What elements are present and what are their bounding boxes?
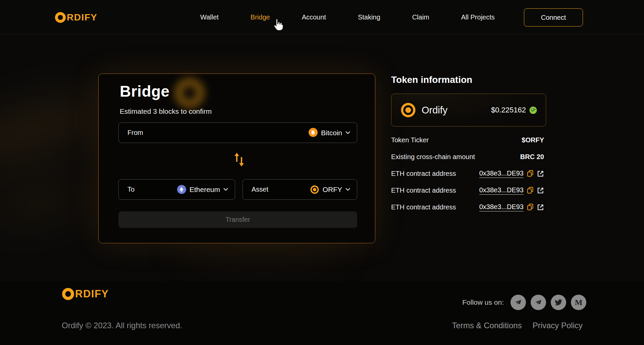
terms-link[interactable]: Terms & Conditions (452, 321, 522, 330)
from-selected-value: ฿ Bitcoin (309, 128, 350, 137)
asset-select[interactable]: Asset ORFY (243, 179, 357, 200)
to-chain-select[interactable]: To Ethereum (118, 179, 235, 200)
from-chain-select[interactable]: From ฿ Bitcoin (118, 122, 357, 143)
background-glow (0, 171, 91, 235)
row-label: ETH contract address (391, 170, 456, 178)
token-ticker-row: Token Ticker $ORFY (391, 132, 544, 148)
footer: RDIFY Follow us on: M Ordify © 2023. All… (0, 281, 644, 345)
nav-item-claim[interactable]: Claim (412, 13, 429, 21)
follow-us-label: Follow us on: (462, 298, 504, 306)
row-value: BRC 20 (520, 153, 544, 161)
chevron-down-icon (345, 131, 350, 134)
privacy-link[interactable]: Privacy Policy (533, 321, 583, 330)
eth-contract-row: ETH contract address 0x38e3...DE93 (391, 165, 544, 182)
twitter-icon[interactable] (551, 295, 566, 310)
row-label: ETH contract address (391, 187, 456, 194)
eth-contract-row: ETH contract address 0x38e3...DE93 (391, 199, 544, 215)
swap-direction-icon[interactable] (231, 151, 247, 168)
nav-item-all-projects[interactable]: All Projects (461, 13, 495, 21)
chevron-down-icon (223, 188, 228, 191)
nav-item-account[interactable]: Account (302, 13, 326, 21)
transfer-button[interactable]: Transfer (118, 211, 357, 228)
page: RDIFY Wallet Bridge Account Staking Clai… (0, 0, 644, 345)
copyright-text: Ordify © 2023. All rights reserved. (62, 321, 182, 330)
contract-address-link[interactable]: 0x38e3...DE93 (479, 203, 524, 211)
nav-item-bridge[interactable]: Bridge (251, 13, 270, 21)
from-label: From (127, 129, 143, 137)
row-label: Token Ticker (391, 136, 429, 144)
connect-button[interactable]: Connect (524, 8, 583, 27)
row-label: ETH contract address (391, 203, 456, 211)
asset-label: Asset (252, 186, 268, 193)
asset-selected-value: ORFY (310, 185, 350, 194)
nav-item-staking[interactable]: Staking (358, 13, 380, 21)
brand-wordmark: RDIFY (75, 288, 109, 300)
copy-icon[interactable] (527, 187, 534, 194)
coingecko-icon (529, 106, 537, 114)
cross-chain-amount-row: Existing cross-chain amount BRC 20 (391, 148, 544, 165)
to-chain-name: Ethereum (190, 186, 220, 194)
telegram-icon[interactable] (531, 295, 546, 310)
legal-links: Terms & Conditions Privacy Policy (452, 321, 583, 330)
to-label: To (127, 186, 135, 193)
external-link-icon[interactable] (537, 170, 544, 177)
token-price: $0.225162 (491, 106, 526, 114)
bridge-subtitle: Estimated 3 blocks to confirm (120, 107, 212, 115)
copy-icon[interactable] (527, 170, 534, 177)
ethereum-icon (177, 185, 186, 194)
brand-logo-ring-icon (55, 12, 66, 23)
medium-glyph: M (575, 298, 583, 307)
copy-icon[interactable] (527, 203, 534, 211)
main-nav: Wallet Bridge Account Staking Claim All … (200, 0, 495, 35)
row-label: Existing cross-chain amount (391, 153, 475, 161)
brand-logo[interactable]: RDIFY (55, 0, 98, 35)
token-info-title: Token information (391, 75, 472, 85)
footer-brand-logo[interactable]: RDIFY (62, 277, 109, 311)
ordify-token-icon (400, 102, 416, 118)
contract-address-link[interactable]: 0x38e3...DE93 (479, 169, 524, 178)
token-info-rows: Token Ticker $ORFY Existing cross-chain … (391, 132, 544, 215)
brand-wordmark: RDIFY (67, 12, 98, 23)
brand-logo-ring-icon (62, 288, 74, 300)
nav-item-wallet[interactable]: Wallet (200, 13, 219, 21)
contract-address-link[interactable]: 0x38e3...DE93 (479, 186, 524, 195)
medium-icon[interactable]: M (571, 295, 586, 310)
from-chain-name: Bitcoin (321, 129, 342, 137)
bitcoin-icon: ฿ (309, 128, 318, 137)
eth-contract-row: ETH contract address 0x38e3...DE93 (391, 182, 544, 199)
bridge-title: Bridge (120, 82, 170, 100)
background-glow (0, 81, 107, 182)
bridge-card: Bridge Estimated 3 blocks to confirm Fro… (98, 73, 375, 243)
orfy-token-icon (310, 185, 319, 194)
row-value: $ORFY (522, 136, 544, 144)
token-summary-card: Ordify $0.225162 (391, 94, 546, 127)
header: RDIFY Wallet Bridge Account Staking Clai… (0, 0, 644, 35)
external-link-icon[interactable] (537, 187, 544, 194)
token-name: Ordify (422, 105, 447, 116)
external-link-icon[interactable] (537, 204, 544, 211)
glow-ring-decoration (175, 79, 204, 107)
to-selected-value: Ethereum (177, 185, 228, 194)
asset-name: ORFY (323, 186, 342, 194)
telegram-icon[interactable] (511, 295, 526, 310)
chevron-down-icon (345, 188, 350, 191)
social-links: Follow us on: M (462, 295, 586, 310)
